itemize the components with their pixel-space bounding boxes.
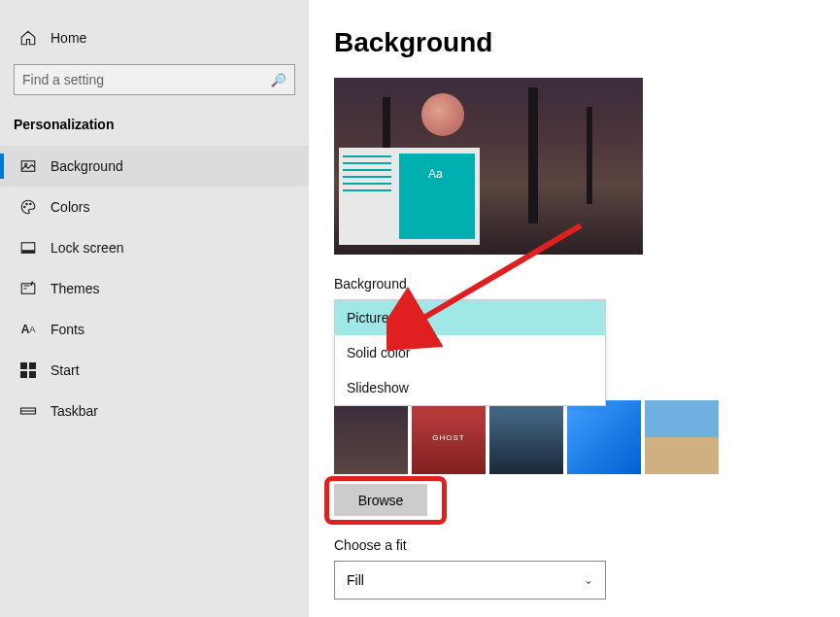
sidebar-item-themes[interactable]: Themes (0, 268, 309, 309)
wallpaper-preview: Aa (334, 78, 643, 255)
sidebar-item-fonts[interactable]: AA Fonts (0, 309, 309, 350)
settings-sidebar: Home 🔍 Personalization Background Colors… (0, 0, 309, 617)
sidebar-item-label: Taskbar (50, 403, 98, 419)
search-box[interactable]: 🔍 (14, 64, 295, 95)
svg-rect-8 (20, 362, 27, 369)
preview-window-mock: Aa (339, 148, 480, 245)
home-icon (19, 29, 37, 47)
browse-button[interactable]: Browse (334, 484, 427, 516)
page-title: Background (334, 27, 840, 58)
lockscreen-icon (19, 239, 37, 257)
preview-shape (587, 107, 592, 204)
picture-icon (19, 157, 37, 175)
thumbnail[interactable] (489, 400, 563, 474)
preview-moon (421, 93, 464, 136)
fit-value: Fill (347, 572, 364, 588)
svg-point-4 (30, 203, 32, 205)
background-dropdown-label: Background (334, 276, 840, 291)
thumbnail[interactable] (645, 400, 719, 474)
svg-rect-9 (29, 362, 36, 369)
svg-rect-6 (21, 250, 35, 253)
sidebar-item-label: Background (50, 158, 123, 174)
section-title: Personalization (0, 113, 309, 146)
svg-rect-10 (20, 371, 27, 378)
svg-rect-11 (29, 371, 36, 378)
background-dropdown[interactable]: Picture Solid color Slideshow (334, 299, 840, 406)
palette-icon (19, 198, 37, 216)
thumbnail[interactable] (334, 400, 408, 474)
sidebar-item-background[interactable]: Background (0, 146, 309, 187)
thumbnail[interactable] (567, 400, 641, 474)
start-icon (19, 361, 37, 379)
search-icon: 🔍 (271, 73, 286, 87)
background-dropdown-list: Picture Solid color Slideshow (334, 299, 606, 406)
preview-shape (528, 87, 538, 223)
home-link[interactable]: Home (0, 23, 309, 60)
chevron-down-icon: ⌄ (584, 573, 593, 587)
svg-point-3 (26, 203, 28, 205)
sidebar-item-label: Lock screen (50, 240, 123, 256)
dropdown-option-slideshow[interactable]: Slideshow (335, 370, 605, 405)
sidebar-item-label: Themes (50, 281, 100, 296)
sidebar-item-lockscreen[interactable]: Lock screen (0, 227, 309, 268)
svg-rect-7 (21, 284, 35, 294)
dropdown-option-picture[interactable]: Picture (335, 300, 605, 335)
themes-icon (19, 280, 37, 297)
sidebar-item-taskbar[interactable]: Taskbar (0, 391, 309, 431)
sidebar-item-colors[interactable]: Colors (0, 187, 309, 227)
content-area: Background Aa Background Picture Solid c… (309, 0, 840, 617)
picture-thumbnails: GHOST (334, 400, 840, 474)
taskbar-icon (19, 402, 37, 420)
sidebar-item-label: Colors (50, 199, 89, 215)
sidebar-item-label: Fonts (50, 322, 84, 337)
sidebar-item-label: Start (50, 362, 80, 378)
fit-label: Choose a fit (334, 537, 840, 553)
sidebar-item-start[interactable]: Start (0, 350, 309, 391)
search-input[interactable] (22, 72, 271, 87)
svg-point-2 (24, 206, 26, 208)
fonts-icon: AA (19, 321, 37, 338)
dropdown-option-solid[interactable]: Solid color (335, 335, 605, 370)
home-label: Home (50, 30, 86, 46)
thumbnail[interactable]: GHOST (412, 400, 486, 474)
preview-sample-text: Aa (428, 167, 443, 181)
fit-dropdown[interactable]: Fill ⌄ (334, 561, 606, 600)
